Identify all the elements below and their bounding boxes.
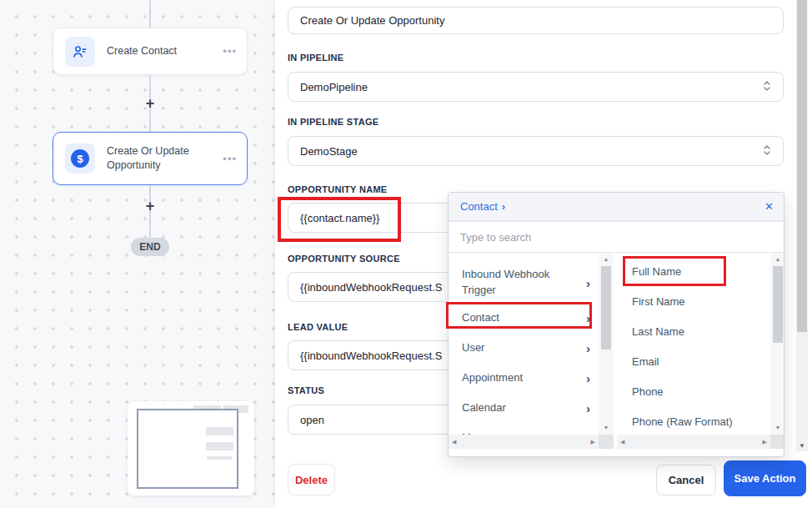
field-label-in-pipeline: IN PIPELINE bbox=[288, 53, 343, 63]
scroll-right-icon[interactable]: ▶ bbox=[591, 439, 595, 445]
scroll-down-icon[interactable]: ▼ bbox=[796, 442, 808, 450]
connector-line bbox=[149, 0, 151, 28]
more-options-icon[interactable]: ••• bbox=[223, 153, 237, 165]
node-title: Create Or Update Opportunity bbox=[107, 144, 223, 173]
field-label-status: STATUS bbox=[288, 385, 324, 395]
pipeline-select-value: DemoPipeline bbox=[300, 81, 763, 93]
scroll-down-icon[interactable]: ▼ bbox=[599, 422, 614, 434]
delete-button[interactable]: Delete bbox=[288, 464, 335, 495]
custom-values-dropdown: Contact› ✕ Inbound Webhook Trigger › Con… bbox=[448, 192, 784, 457]
category-item-calendar[interactable]: Calendar › bbox=[449, 393, 599, 423]
category-list: Inbound Webhook Trigger › Contact › User… bbox=[449, 253, 599, 435]
chevron-right-icon: › bbox=[586, 401, 590, 415]
save-action-button[interactable]: Save Action bbox=[724, 460, 806, 496]
field-list: Full Name First Name Last Name Email Pho… bbox=[617, 253, 770, 435]
pipeline-select[interactable]: DemoPipeline bbox=[288, 72, 784, 102]
action-name-input[interactable] bbox=[288, 7, 784, 34]
breadcrumb-label: Contact bbox=[460, 200, 498, 213]
search-input[interactable] bbox=[449, 221, 784, 253]
minimap[interactable] bbox=[128, 401, 254, 495]
field-item-phone-raw-format[interactable]: Phone (Raw Format) bbox=[617, 407, 770, 435]
scroll-left-icon[interactable]: ◀ bbox=[620, 439, 624, 445]
workflow-canvas: Create Contact ••• + $ Create Or Update … bbox=[0, 0, 275, 508]
category-item-message[interactable]: Message › bbox=[449, 423, 599, 435]
dropdown-field-column: Full Name First Name Last Name Email Pho… bbox=[617, 253, 784, 449]
dollar-icon: $ bbox=[65, 143, 95, 174]
more-options-icon[interactable]: ••• bbox=[223, 45, 237, 58]
category-item-appointment[interactable]: Appointment › bbox=[449, 363, 599, 393]
scrollbar-corner bbox=[770, 435, 784, 449]
field-label-opportunity-name: OPPORTUNITY NAME bbox=[288, 184, 388, 194]
chevron-right-icon: › bbox=[586, 311, 590, 325]
field-item-full-name[interactable]: Full Name bbox=[617, 257, 770, 287]
field-item-email[interactable]: Email bbox=[617, 347, 770, 377]
breadcrumb[interactable]: Contact› bbox=[460, 200, 505, 213]
minimap-bar bbox=[206, 427, 233, 435]
scrollbar-thumb[interactable] bbox=[797, 0, 807, 332]
category-vertical-scrollbar[interactable]: ▲ ▼ bbox=[599, 253, 614, 435]
action-settings-panel: IN PIPELINE DemoPipeline IN PIPELINE STA… bbox=[275, 0, 812, 508]
minimap-bar bbox=[207, 456, 232, 460]
scroll-left-icon[interactable]: ◀ bbox=[452, 439, 456, 445]
field-vertical-scrollbar[interactable]: ▲ ▼ bbox=[770, 253, 784, 435]
category-horizontal-scrollbar[interactable]: ◀ ▶ bbox=[449, 435, 599, 449]
chevron-right-icon: › bbox=[586, 371, 590, 385]
workflow-node-create-contact[interactable]: Create Contact ••• bbox=[53, 28, 248, 75]
workflow-node-create-or-update-opportunity[interactable]: $ Create Or Update Opportunity ••• bbox=[53, 132, 248, 185]
category-item-user[interactable]: User › bbox=[449, 333, 599, 363]
pipeline-stage-select-value: DemoStage bbox=[300, 145, 763, 158]
contact-icon bbox=[65, 37, 95, 67]
chevron-right-icon: › bbox=[586, 276, 590, 290]
field-horizontal-scrollbar[interactable]: ◀ ▶ bbox=[617, 435, 770, 449]
dropdown-header: Contact› ✕ bbox=[449, 193, 784, 221]
field-item-phone[interactable]: Phone bbox=[617, 377, 770, 407]
field-label-lead-value: LEAD VALUE bbox=[288, 322, 348, 332]
cancel-button[interactable]: Cancel bbox=[656, 465, 716, 495]
select-chevrons-icon bbox=[763, 79, 771, 95]
chevron-right-icon: › bbox=[502, 200, 505, 213]
pipeline-stage-select[interactable]: DemoStage bbox=[288, 136, 784, 166]
scroll-up-icon[interactable]: ▲ bbox=[770, 254, 784, 265]
field-label-in-pipeline-stage: IN PIPELINE STAGE bbox=[288, 117, 378, 127]
scrollbar-thumb[interactable] bbox=[601, 266, 611, 350]
category-item-inbound-webhook-trigger[interactable]: Inbound Webhook Trigger › bbox=[449, 263, 599, 303]
category-item-contact[interactable]: Contact › bbox=[449, 303, 599, 333]
end-badge: END bbox=[131, 238, 169, 256]
field-label-opportunity-source: OPPORTUNITY SOURCE bbox=[288, 254, 400, 264]
field-item-last-name[interactable]: Last Name bbox=[617, 317, 770, 347]
select-chevrons-icon bbox=[763, 143, 771, 159]
app-root: Create Contact ••• + $ Create Or Update … bbox=[0, 0, 812, 508]
scroll-down-icon[interactable]: ▼ bbox=[770, 422, 784, 434]
field-item-first-name[interactable]: First Name bbox=[617, 287, 770, 317]
close-icon[interactable]: ✕ bbox=[764, 200, 774, 213]
scroll-right-icon[interactable]: ▶ bbox=[763, 439, 767, 445]
chevron-right-icon: › bbox=[586, 341, 590, 355]
minimap-bar bbox=[206, 442, 233, 450]
add-step-icon[interactable]: + bbox=[143, 199, 158, 214]
scrollbar-thumb[interactable] bbox=[773, 266, 783, 343]
dropdown-category-column: Inbound Webhook Trigger › Contact › User… bbox=[449, 253, 614, 449]
scrollbar-corner bbox=[599, 435, 614, 449]
scroll-up-icon[interactable]: ▲ bbox=[599, 254, 614, 265]
add-step-icon[interactable]: + bbox=[143, 96, 158, 111]
node-title: Create Contact bbox=[107, 44, 223, 58]
panel-scrollbar[interactable]: ▼ bbox=[796, 0, 808, 451]
